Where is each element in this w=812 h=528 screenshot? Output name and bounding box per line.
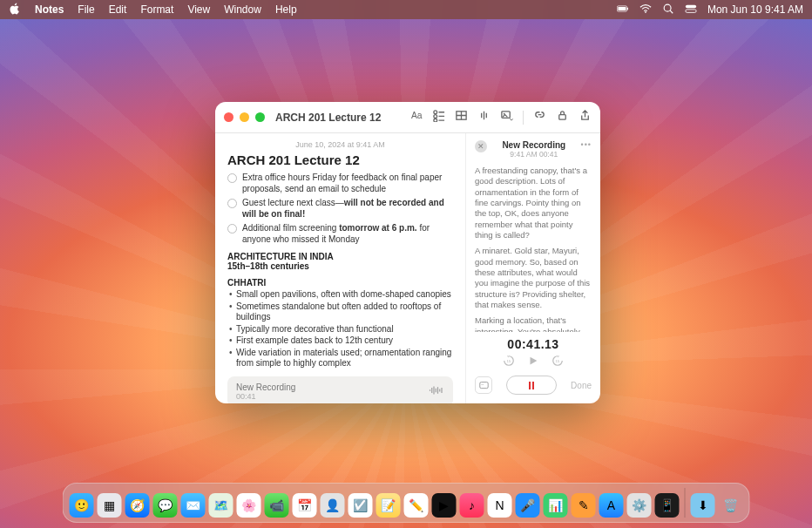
pause-record-button[interactable] — [506, 376, 557, 395]
attachment-duration: 00:41 — [236, 392, 422, 401]
apple-menu[interactable] — [9, 3, 21, 17]
window-zoom[interactable] — [255, 112, 265, 122]
dock-appstore[interactable]: A — [599, 493, 624, 518]
spotlight-icon[interactable] — [662, 3, 674, 17]
titlebar[interactable]: ARCH 201 Lecture 12 Aa — [215, 102, 600, 133]
svg-rect-6 — [686, 4, 696, 8]
dock-facetime[interactable]: 📹 — [265, 493, 289, 518]
table-button[interactable] — [455, 109, 468, 125]
dock-downloads[interactable]: ⬇︎ — [691, 493, 715, 518]
menu-file[interactable]: File — [78, 3, 94, 16]
control-center-icon[interactable] — [685, 3, 697, 17]
more-button[interactable]: ••• — [581, 140, 592, 149]
window-minimize[interactable] — [240, 112, 249, 122]
menu-format[interactable]: Format — [140, 3, 173, 16]
svg-rect-2 — [627, 7, 628, 10]
bullet-item: Wide variation in materials used; orname… — [227, 348, 453, 369]
dock-messages[interactable]: 💬 — [153, 493, 178, 518]
menu-help[interactable]: Help — [275, 3, 297, 16]
menu-window[interactable]: Window — [224, 3, 261, 16]
svg-point-11 — [434, 115, 437, 118]
window-title: ARCH 201 Lecture 12 — [275, 112, 381, 124]
note-date: June 10, 2024 at 9:41 AM — [227, 140, 453, 149]
dock-pages[interactable]: ✎ — [572, 493, 596, 518]
note-body[interactable]: June 10, 2024 at 9:41 AM ARCH 201 Lectur… — [215, 133, 465, 403]
skip-back-button[interactable]: 15 — [503, 355, 515, 369]
dock-separator — [685, 488, 686, 518]
svg-rect-25 — [559, 115, 566, 120]
close-panel-button[interactable]: ✕ — [475, 140, 487, 152]
share-button[interactable] — [579, 109, 592, 125]
dock-numbers[interactable]: 📊 — [544, 493, 568, 518]
menu-edit[interactable]: Edit — [109, 3, 127, 16]
bullet-item: Sometimes standalone but often added to … — [227, 301, 453, 323]
note-title: ARCH 201 Lecture 12 — [227, 152, 453, 167]
dock-iphone-mirror[interactable]: 📱 — [655, 493, 680, 518]
waveform-icon — [429, 385, 444, 397]
checklist-item[interactable]: Guest lecture next class—will not be rec… — [227, 198, 453, 220]
dock-trash[interactable]: 🗑️ — [719, 493, 743, 518]
dock-news[interactable]: N — [488, 493, 512, 518]
checkbox-icon[interactable] — [227, 199, 237, 208]
notes-window: ARCH 201 Lecture 12 Aa June 10, 2024 at … — [215, 102, 600, 403]
bullet-item: Typically more decorative than functiona… — [227, 324, 453, 335]
record-audio-button[interactable] — [477, 109, 491, 125]
dock-settings[interactable]: ⚙️ — [627, 493, 652, 518]
dock-mail[interactable]: ✉️ — [181, 493, 206, 518]
checklist-item[interactable]: Additional film screening tomorrow at 6 … — [227, 223, 453, 245]
svg-text:“”: “” — [481, 382, 484, 387]
skip-forward-button[interactable]: 15 — [551, 355, 564, 369]
recording-attachment[interactable]: New Recording 00:41 — [227, 376, 453, 404]
dock-contacts[interactable]: 👤 — [321, 493, 345, 518]
dock-finder[interactable]: 🙂 — [70, 493, 94, 518]
heading-centuries: 15th–18th centuries — [227, 261, 453, 271]
transcript[interactable]: A freestanding canopy, that's a good des… — [466, 162, 600, 332]
menu-view[interactable]: View — [187, 3, 210, 16]
recording-meta: 9:41 AM 00:41 — [492, 150, 576, 159]
checkbox-icon[interactable] — [227, 224, 237, 234]
wifi-icon[interactable] — [639, 3, 652, 17]
dock-keynote[interactable]: 🎤 — [516, 493, 540, 518]
recording-timer: 00:41.13 — [475, 337, 592, 351]
dock-maps[interactable]: 🗺️ — [209, 493, 233, 518]
heading-chhatri: CHHATRI — [227, 278, 453, 288]
dock: 🙂▦🧭💬✉️🗺️🌸📹📅👤☑️📝✏️▶︎♪N🎤📊✎A⚙️📱⬇︎🗑️ — [63, 483, 750, 523]
play-button[interactable] — [527, 355, 539, 369]
dock-reminders[interactable]: ☑️ — [348, 493, 373, 518]
dock-photos[interactable]: 🌸 — [237, 493, 261, 518]
battery-icon[interactable] — [617, 3, 629, 17]
transcript-paragraph: A minaret. Gold star, Mayuri, good memor… — [475, 246, 592, 310]
transcript-paragraph: A freestanding canopy, that's a good des… — [475, 166, 592, 240]
svg-line-5 — [670, 10, 673, 13]
dock-freeform[interactable]: ✏️ — [404, 493, 429, 518]
media-button[interactable] — [500, 109, 513, 125]
svg-text:15: 15 — [555, 359, 559, 363]
transcript-paragraph: Marking a location, that's interesting. … — [475, 315, 592, 332]
dock-safari[interactable]: 🧭 — [125, 493, 150, 518]
attachment-name: New Recording — [236, 382, 422, 392]
done-button[interactable]: Done — [571, 381, 592, 390]
window-close[interactable] — [224, 112, 233, 122]
svg-rect-7 — [686, 9, 696, 12]
app-menu-notes[interactable]: Notes — [35, 3, 64, 16]
dock-calendar[interactable]: 📅 — [293, 493, 317, 518]
bullet-item: Small open pavilions, often with dome-sh… — [227, 289, 453, 301]
checklist-button[interactable] — [432, 109, 445, 125]
checklist-item[interactable]: Extra office hours Friday for feedback o… — [227, 173, 453, 194]
transcript-toggle-button[interactable]: “” — [475, 376, 492, 394]
svg-text:15: 15 — [506, 359, 511, 363]
lock-button[interactable] — [556, 109, 569, 125]
dock-notes[interactable]: 📝 — [376, 493, 401, 518]
svg-rect-1 — [618, 6, 626, 10]
dock-music[interactable]: ♪ — [460, 493, 484, 518]
format-button[interactable]: Aa — [409, 109, 423, 125]
heading-arch: ARCHITECTURE IN INDIA — [227, 252, 453, 261]
menubar-datetime[interactable]: Mon Jun 10 9:41 AM — [707, 3, 803, 16]
svg-point-13 — [434, 118, 437, 122]
link-button[interactable] — [533, 109, 546, 125]
dock-launchpad[interactable]: ▦ — [98, 493, 122, 518]
dock-tv[interactable]: ▶︎ — [432, 493, 457, 518]
checkbox-icon[interactable] — [227, 173, 237, 183]
recording-title: New Recording — [492, 140, 576, 150]
svg-text:Aa: Aa — [411, 111, 423, 120]
